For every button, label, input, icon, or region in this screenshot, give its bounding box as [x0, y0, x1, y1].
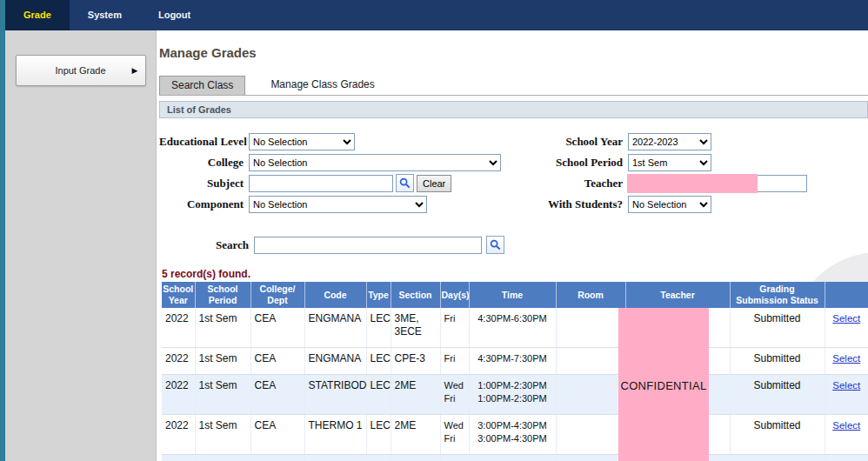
sidebar: Input Grade ▶: [5, 30, 157, 461]
col-header-grading-submission-status: Grading Submission Status: [730, 282, 825, 308]
grades-table-wrap: School Year School Period College/ Dept …: [162, 282, 868, 461]
grades-table: School Year School Period College/ Dept …: [162, 282, 868, 461]
cell-status: Submitted: [730, 375, 825, 415]
select-link[interactable]: Select: [832, 420, 860, 431]
select-link[interactable]: Select: [832, 353, 860, 364]
cell-select: Select: [825, 348, 868, 375]
nav-item-grade[interactable]: Grade: [5, 0, 70, 30]
cell-college-dept: CEA: [250, 375, 304, 415]
college-label: College: [159, 156, 244, 170]
cell-section: 3ME: [391, 455, 440, 461]
table-row: 2022 1st Sem CEA ENGMANA LEC 3ME, 3ECE F…: [162, 308, 868, 348]
with-students-select[interactable]: No Selection: [628, 196, 711, 213]
select-link[interactable]: Select: [832, 380, 860, 391]
cell-select: Select: [825, 415, 868, 455]
college-select[interactable]: No Selection: [249, 154, 501, 171]
cell-select: Select: [825, 455, 868, 461]
input-grade-button[interactable]: Input Grade ▶: [16, 55, 146, 86]
cell-code: THERMO 1: [304, 415, 366, 455]
cell-section: 2ME: [391, 375, 440, 415]
input-grade-label: Input Grade: [55, 65, 105, 76]
cell-time: 4:30PM-6:30PM: [469, 455, 556, 461]
table-header: School Year School Period College/ Dept …: [162, 282, 868, 308]
tab-manage-class-grades[interactable]: Manage Class Grades: [259, 76, 385, 95]
cell-school-period: 1st Sem: [195, 308, 250, 348]
cell-days: WedFri: [440, 375, 469, 415]
component-label: Component: [159, 197, 244, 211]
search-label: Search: [159, 238, 249, 252]
nav-item-system[interactable]: System: [70, 0, 140, 30]
cell-select: Select: [825, 308, 868, 348]
cell-type: LEC: [366, 415, 391, 455]
record-count: 5 record(s) found.: [162, 268, 868, 280]
clear-button[interactable]: Clear: [417, 175, 451, 192]
cell-college-dept: CEA: [250, 308, 304, 348]
cell-college-dept: CEA: [250, 415, 304, 455]
cell-time: 4:30PM-6:30PM: [469, 308, 556, 348]
cell-select: Select: [825, 375, 868, 415]
search-row: Search: [159, 236, 868, 254]
cell-school-year: 2022: [162, 375, 195, 415]
page-title: Manage Grades: [159, 44, 868, 62]
cell-section: CPE-3: [391, 348, 440, 375]
table-row: 2022 1st Sem CEA THERMO 1 LEC 2ME WedFri…: [162, 415, 868, 455]
tab-bar: Search Class Manage Class Grades: [159, 76, 868, 96]
school-year-select[interactable]: 2022-2023: [628, 133, 711, 150]
cell-days: Thu: [440, 455, 469, 461]
cell-code: ENGMANA: [304, 308, 366, 348]
cell-school-year: 2022: [162, 415, 195, 455]
teacher-redaction: [627, 174, 758, 193]
cell-code: VIBENGG: [304, 455, 366, 461]
school-period-label: School Period: [541, 156, 623, 170]
search-form: Educational Level No Selection School Ye…: [159, 132, 868, 213]
col-header-teacher: Teacher: [625, 282, 730, 308]
select-link[interactable]: Select: [832, 313, 860, 324]
cell-college-dept: CEA: [250, 455, 304, 461]
col-header-select: [825, 282, 868, 308]
component-select[interactable]: No Selection: [249, 196, 427, 213]
confidential-label: CONFIDENTIAL: [621, 379, 707, 392]
cell-status: Submitted: [730, 308, 825, 348]
cell-time: 4:30PM-7:30PM: [469, 348, 556, 375]
col-header-college-dept: College/ Dept: [250, 282, 304, 308]
cell-type: LEC: [366, 348, 391, 375]
subject-lookup-button[interactable]: [396, 174, 414, 192]
cell-type: LEC: [366, 455, 391, 461]
cell-code: ENGMANA: [304, 348, 366, 375]
cell-school-period: 1st Sem: [195, 375, 250, 415]
main-content: Manage Grades Search Class Manage Class …: [157, 30, 868, 461]
tab-search-class[interactable]: Search Class: [159, 76, 245, 95]
teacher-label: Teacher: [541, 177, 623, 190]
col-header-school-period: School Period: [195, 282, 250, 308]
cell-status: Submitted: [730, 455, 825, 461]
cell-room: [556, 415, 625, 455]
col-header-school-year: School Year: [162, 282, 195, 308]
nav-item-logout[interactable]: Logout: [140, 0, 209, 30]
educational-level-select[interactable]: No Selection: [249, 133, 355, 150]
confidential-overlay: CONFIDENTIAL: [618, 308, 709, 461]
list-of-grades-header: List of Grades: [159, 101, 868, 118]
cell-days: Fri: [440, 348, 469, 375]
with-students-label: With Students?: [541, 197, 623, 211]
cell-status: Submitted: [730, 415, 825, 455]
subject-input[interactable]: [249, 175, 393, 192]
cell-status: Submitted: [730, 348, 825, 375]
cell-time: 1:00PM-2:30PM1:00PM-2:30PM: [469, 375, 556, 415]
search-lookup-button[interactable]: [486, 236, 504, 254]
list-of-grades-label: List of Grades: [167, 104, 231, 115]
col-header-type: Type: [366, 282, 391, 308]
school-year-label: School Year: [541, 135, 623, 149]
cell-school-year: 2022: [162, 455, 195, 461]
col-header-room: Room: [556, 282, 625, 308]
school-period-select[interactable]: 1st Sem: [628, 154, 711, 171]
cell-school-year: 2022: [162, 348, 195, 375]
cell-room: [556, 455, 625, 461]
magnifier-icon: [399, 177, 411, 189]
col-header-days: Day(s): [440, 282, 469, 308]
cell-type: LEC: [366, 308, 391, 348]
search-input[interactable]: [254, 237, 482, 254]
table-row: 2022 1st Sem CEA STATRIBOD LEC 2ME WedFr…: [162, 375, 868, 415]
left-edge-strip: [0, 0, 5, 461]
col-header-time: Time: [469, 282, 556, 308]
col-header-section: Section: [391, 282, 440, 308]
